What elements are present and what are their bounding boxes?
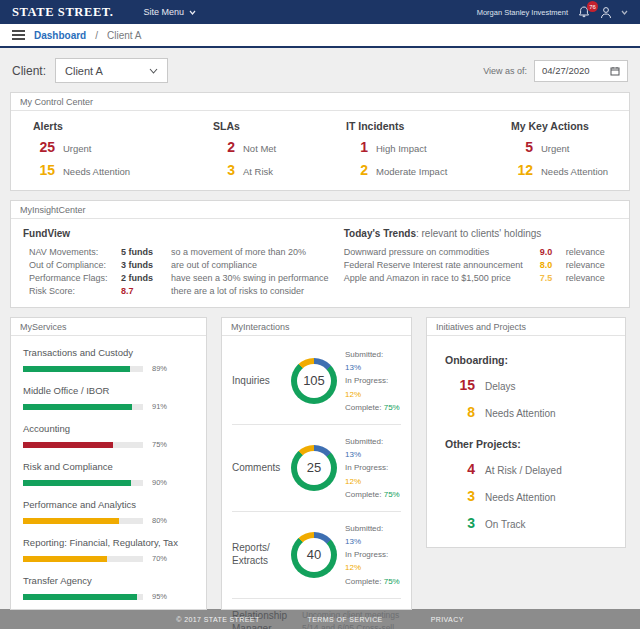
service-bar-track xyxy=(23,404,143,410)
hamburger-icon[interactable] xyxy=(12,30,25,40)
interaction-label: Comments xyxy=(232,462,286,475)
legend-complete-value: 75% xyxy=(384,577,400,586)
service-bar-fill xyxy=(23,442,113,448)
service-bar-fill xyxy=(23,518,119,524)
card-title: Initiatives and Projects xyxy=(427,318,625,336)
stat-row: 15Needs Attention xyxy=(33,162,213,178)
relationship-manager-row: Relationship Manager Upcoming client mee… xyxy=(232,598,401,629)
service-label: Performance and Analytics xyxy=(23,499,194,510)
stat-value: 4 xyxy=(445,461,475,477)
site-menu-label: Site Menu xyxy=(144,7,185,17)
legend-in-progress: In Progress: 12% xyxy=(345,461,401,487)
stat-value: 3 xyxy=(445,488,475,504)
legend-submitted-label: Submitted: xyxy=(345,524,383,533)
service-percent: 80% xyxy=(152,516,167,525)
user-org-label: Morgan Stanley Investment xyxy=(477,8,568,17)
service-bar-track xyxy=(23,480,143,486)
fundview-row-label: NAV Movements: xyxy=(29,247,121,257)
trend-suffix: relevance xyxy=(566,260,617,270)
date-input[interactable]: 04/27/2020 xyxy=(534,60,628,82)
legend-submitted-value: 13% xyxy=(345,537,361,546)
service-bar: 95% xyxy=(23,592,194,601)
legend-submitted: Submitted: 13% xyxy=(345,435,401,461)
stat-row: 1High Impact xyxy=(346,139,511,155)
donut-count: 40 xyxy=(297,538,331,572)
legend: Submitted: 13%In Progress: 12%Complete: … xyxy=(342,348,401,414)
trend-score: 9.0 xyxy=(540,247,566,257)
breadcrumb-separator: / xyxy=(95,30,98,41)
stat-row: 2Moderate Impact xyxy=(346,162,511,178)
stat-row: 3Needs Attention xyxy=(445,488,607,504)
donut-count: 25 xyxy=(297,451,331,485)
privacy-link[interactable]: PRIVACY xyxy=(431,616,464,623)
stat-label: Not Met xyxy=(243,143,276,154)
site-menu[interactable]: Site Menu xyxy=(144,7,197,17)
stat-label: Needs Attention xyxy=(541,166,608,177)
stat-row: 15Delays xyxy=(445,377,607,393)
initiatives-card: Initiatives and Projects Onboarding:15De… xyxy=(426,317,626,548)
control-center-card: My Control Center Alerts25Urgent15Needs … xyxy=(10,92,630,191)
stat-row: 8Needs Attention xyxy=(445,404,607,420)
services-card: MyServices Transactions and Custody89%Mi… xyxy=(10,317,207,610)
user-menu-chevron-icon[interactable] xyxy=(621,10,628,15)
legend-submitted: Submitted: 13% xyxy=(345,522,401,548)
date-value: 04/27/2020 xyxy=(542,65,590,76)
legend-in-progress-value: 12% xyxy=(345,477,361,486)
service-bar-fill xyxy=(23,556,107,562)
terms-of-service-link[interactable]: TERMS OF SERVICE xyxy=(308,616,383,623)
service-bar-fill xyxy=(23,594,137,600)
main-content: Client: Client A View as of: 04/27/2020 … xyxy=(0,48,640,609)
client-label: Client: xyxy=(12,64,46,78)
fundview-heading: FundView xyxy=(23,228,344,239)
card-title: MyServices xyxy=(11,318,206,336)
legend-complete-value: 75% xyxy=(384,490,400,499)
stat-label: Needs Attention xyxy=(485,408,556,419)
fundview-row-desc: have seen a 30% swing in performance xyxy=(171,273,344,283)
service-bar-fill xyxy=(23,404,132,410)
trend-suffix: relevance xyxy=(566,247,617,257)
donut-chart: 105 xyxy=(291,358,337,404)
service-bar-fill xyxy=(23,366,130,372)
interaction-row: Inquiries105Submitted: 13%In Progress: 1… xyxy=(232,338,401,424)
trend-text: Apple and Amazon in race to $1,500 price xyxy=(344,273,540,283)
stat-label: High Impact xyxy=(376,143,427,154)
user-icon[interactable] xyxy=(600,6,612,19)
interaction-label: Reports/ Extracts xyxy=(232,542,286,567)
breadcrumb-dashboard-link[interactable]: Dashboard xyxy=(34,30,86,41)
notifications-button[interactable]: 76 xyxy=(577,5,591,19)
service-item: Reporting: Financial, Regulatory, Tax70% xyxy=(23,537,194,563)
legend-complete-label: Complete: xyxy=(345,490,384,499)
service-item: Transactions and Custody89% xyxy=(23,347,194,373)
donut-chart: 25 xyxy=(291,445,337,491)
interaction-row: Reports/ Extracts40Submitted: 13%In Prog… xyxy=(232,511,401,598)
calendar-icon[interactable] xyxy=(610,66,620,76)
fundview-row-label: Risk Score: xyxy=(29,286,121,296)
legend-complete: Complete: 75% xyxy=(345,401,401,414)
service-percent: 89% xyxy=(152,364,167,373)
fundview-row-label: Performance Flags: xyxy=(29,273,121,283)
initiatives-sections: Onboarding:15Delays8Needs AttentionOther… xyxy=(427,336,625,547)
stat-value: 25 xyxy=(33,139,55,155)
donut-chart: 40 xyxy=(291,532,337,578)
chevron-down-icon xyxy=(149,68,158,74)
stat-value: 15 xyxy=(445,377,475,393)
service-label: Middle Office / IBOR xyxy=(23,385,194,396)
legend-in-progress: In Progress: 12% xyxy=(345,548,401,574)
stat-value: 2 xyxy=(346,162,368,178)
client-select[interactable]: Client A xyxy=(55,58,168,83)
control-center-column: IT Incidents1High Impact2Moderate Impact xyxy=(346,120,511,178)
legend-complete-value: 75% xyxy=(384,403,400,412)
legend-submitted: Submitted: 13% xyxy=(345,348,401,374)
fundview-row-value: 2 funds xyxy=(121,273,171,283)
trend-score: 7.5 xyxy=(540,273,566,283)
stat-row: 3On Track xyxy=(445,515,607,531)
legend-in-progress-label: In Progress: xyxy=(345,376,388,385)
topbar: STATE STREET. Site Menu Morgan Stanley I… xyxy=(0,0,640,24)
trend-score: 8.0 xyxy=(540,260,566,270)
stat-row: 4At Risk / Delayed xyxy=(445,461,607,477)
stat-value: 2 xyxy=(213,139,235,155)
service-label: Risk and Compliance xyxy=(23,461,194,472)
insight-center-card: MyInsightCenter FundView NAV Movements:5… xyxy=(10,200,630,308)
column-heading: SLAs xyxy=(213,120,346,132)
column-heading: My Key Actions xyxy=(511,120,629,132)
